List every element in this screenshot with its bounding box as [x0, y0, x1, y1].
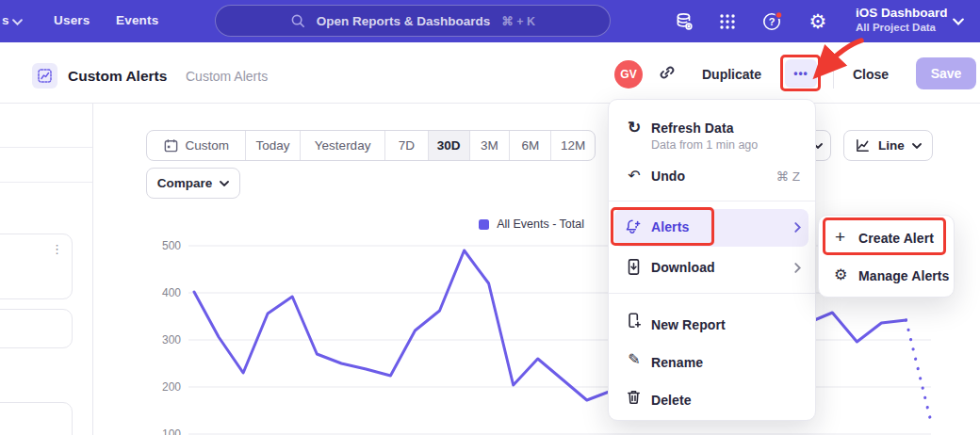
menu-item-new-report[interactable]: New Report — [609, 305, 815, 339]
y-tick-label: 100 — [141, 427, 181, 435]
undo-shortcut: ⌘ Z — [776, 169, 801, 184]
alerts-submenu: + Create Alert ⚙ Manage Alerts — [818, 215, 955, 298]
nav-item-truncated[interactable]: s — [2, 13, 9, 27]
refresh-icon: ↻ — [625, 119, 644, 137]
new-report-icon — [625, 312, 643, 330]
svg-text:?: ? — [769, 16, 776, 27]
range-30d-selected[interactable]: 30D — [428, 131, 469, 160]
submenu-item-manage-alerts[interactable]: ⚙ Manage Alerts — [819, 259, 954, 293]
more-button[interactable]: ••• — [785, 59, 817, 88]
range-custom[interactable]: Custom — [147, 131, 245, 160]
sidebar-card[interactable]: ⋮ — [0, 234, 73, 299]
report-chart-icon — [32, 63, 57, 89]
chart-legend: All Events - Total — [188, 218, 584, 231]
project-subtitle: All Project Data — [856, 22, 948, 33]
date-range-control: Custom Today Yesterday 7D 30D 3M 6M 12M — [146, 130, 596, 161]
data-management-button[interactable] — [672, 9, 696, 34]
search-icon — [290, 13, 305, 28]
y-tick-label: 200 — [141, 379, 181, 395]
top-navbar: s Users Events Open Reports & Dashboards… — [0, 0, 980, 42]
y-tick-label: 500 — [141, 238, 181, 253]
chart-type-button[interactable]: Line — [843, 130, 933, 161]
settings-button[interactable]: ⚙ — [806, 9, 830, 34]
sidebar-card[interactable] — [0, 402, 73, 435]
chevron-down-icon — [912, 143, 922, 149]
apps-grid-icon — [718, 12, 737, 31]
menu-item-download[interactable]: Download — [609, 250, 815, 284]
global-search[interactable]: Open Reports & Dashboards ⌘ + K — [215, 5, 611, 37]
pencil-icon: ✎ — [625, 350, 644, 369]
apps-grid-button[interactable] — [715, 9, 740, 34]
project-switcher[interactable]: iOS Dashboard All Project Data — [856, 6, 948, 33]
app-window: 100200300400500 All Events - Total Custo… — [0, 0, 980, 435]
database-icon — [674, 11, 694, 32]
y-tick-label: 300 — [141, 332, 181, 347]
range-today[interactable]: Today — [245, 131, 301, 160]
menu-item-delete[interactable]: Delete — [609, 380, 815, 414]
legend-swatch — [479, 219, 489, 230]
trash-icon — [625, 388, 643, 406]
project-name: iOS Dashboard — [856, 6, 948, 20]
notification-dot — [776, 12, 782, 19]
sidebar-divider — [0, 182, 92, 183]
chevron-down-icon — [220, 181, 229, 186]
undo-icon: ↶ — [625, 167, 644, 185]
range-custom-label: Custom — [186, 138, 230, 153]
range-12m[interactable]: 12M — [550, 131, 595, 160]
help-button[interactable]: ? — [760, 9, 785, 34]
left-sidebar: ⋮ — [0, 104, 93, 435]
menu-item-rename[interactable]: ✎ Rename — [609, 343, 815, 377]
gear-icon: ⚙ — [834, 266, 847, 283]
range-3m[interactable]: 3M — [469, 131, 510, 160]
menu-item-refresh-data[interactable]: ↻ Refresh Data Data from 1 min ago — [609, 107, 815, 153]
gear-icon: ⚙ — [809, 10, 827, 33]
legend-label: All Events - Total — [497, 218, 584, 231]
chevron-down-icon — [12, 19, 23, 25]
sidebar-divider — [0, 147, 92, 148]
compare-button[interactable]: Compare — [146, 168, 240, 199]
menu-divider — [609, 201, 815, 201]
range-yesterday[interactable]: Yesterday — [300, 131, 384, 160]
submenu-item-create-alert[interactable]: + Create Alert — [819, 221, 954, 255]
submenu-arrow-icon — [794, 222, 801, 233]
card-kebab-menu[interactable]: ⋮ — [51, 242, 63, 256]
menu-item-alerts[interactable]: Alerts — [609, 209, 815, 247]
page-title: Custom Alerts — [68, 68, 167, 85]
calendar-icon — [163, 137, 179, 153]
link-icon — [658, 63, 677, 82]
chevron-down-icon — [953, 18, 964, 25]
close-button[interactable]: Close — [853, 67, 889, 82]
more-actions-menu: ↻ Refresh Data Data from 1 min ago ↶ Und… — [608, 99, 816, 421]
line-chart-icon — [855, 137, 871, 153]
submenu-arrow-icon — [794, 263, 801, 273]
search-shortcut: ⌘ + K — [501, 14, 535, 28]
duplicate-button[interactable]: Duplicate — [702, 67, 761, 82]
header-divider — [833, 58, 834, 89]
report-header: Custom Alerts Custom Alerts GV Duplicate… — [0, 42, 980, 104]
avatar[interactable]: GV — [614, 60, 643, 89]
menu-divider — [609, 293, 815, 294]
share-link-button[interactable] — [658, 63, 677, 86]
breadcrumb: Custom Alerts — [186, 69, 268, 84]
range-7d[interactable]: 7D — [384, 131, 428, 160]
alert-bell-icon — [624, 218, 643, 236]
nav-item-users[interactable]: Users — [54, 13, 90, 27]
refresh-status: Data from 1 min ago — [651, 138, 758, 152]
search-placeholder: Open Reports & Dashboards — [317, 14, 491, 28]
download-icon — [625, 258, 643, 276]
y-tick-label: 400 — [141, 285, 181, 300]
sidebar-card[interactable] — [0, 309, 73, 348]
range-6m[interactable]: 6M — [509, 131, 550, 160]
save-button[interactable]: Save — [916, 57, 976, 89]
plus-icon: + — [835, 227, 845, 248]
menu-item-undo[interactable]: ↶ Undo ⌘ Z — [609, 162, 815, 192]
help-icon: ? — [760, 9, 785, 34]
nav-item-events[interactable]: Events — [116, 13, 158, 27]
